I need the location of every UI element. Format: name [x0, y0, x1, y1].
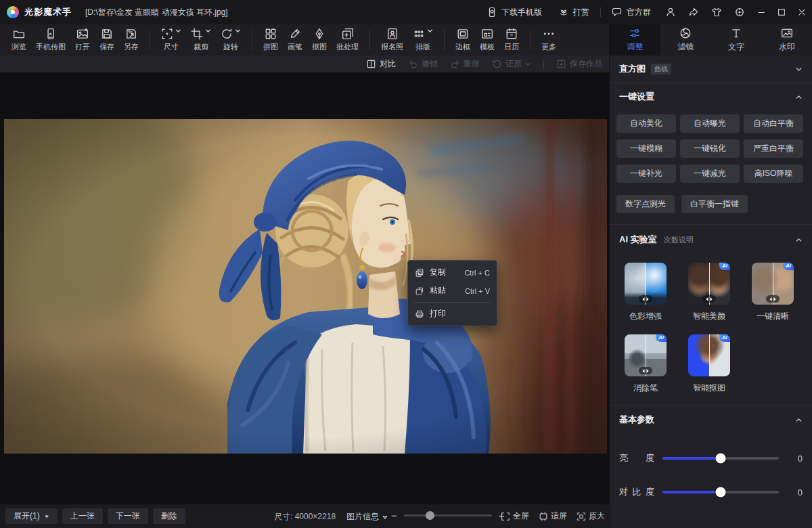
- toolbar-save-as[interactable]: 另存: [119, 26, 143, 53]
- theme-skin-button[interactable]: [705, 0, 728, 24]
- more-dots-icon: [543, 28, 555, 40]
- toolbar-phone-transfer[interactable]: 手机传图: [31, 26, 70, 53]
- brightness-slider-thumb[interactable]: [716, 454, 726, 464]
- folder-icon: [13, 28, 25, 40]
- canvas-area[interactable]: 复制 Ctrl + C 粘贴 Ctrl + V 打印: [0, 72, 609, 504]
- toolbar-batch[interactable]: 批处理: [332, 26, 363, 53]
- one-key-title: 一键设置: [619, 91, 654, 103]
- minimize-button[interactable]: [751, 0, 771, 24]
- one-key-dim-light-button[interactable]: 一键减光: [680, 164, 740, 183]
- before-after-icon: [639, 295, 652, 303]
- contrast-slider[interactable]: [662, 491, 779, 493]
- chevron-down-icon: [205, 28, 211, 34]
- clarity-thumbnail[interactable]: Ai: [752, 263, 794, 305]
- ai-smart-beauty[interactable]: Ai 智能美颜: [688, 263, 730, 322]
- chevron-down-icon: [427, 28, 433, 34]
- contrast-slider-thumb[interactable]: [716, 487, 726, 498]
- undo-button[interactable]: 撤销: [408, 58, 438, 70]
- paste-icon: [415, 286, 424, 296]
- fullscreen-button[interactable]: 全屏: [501, 510, 529, 522]
- context-menu-paste[interactable]: 粘贴 Ctrl + V: [408, 282, 497, 300]
- zoom-slider[interactable]: [404, 514, 492, 516]
- ai-one-key-clarity[interactable]: Ai 一键清晰: [752, 263, 794, 322]
- restore-button[interactable]: 还原: [492, 58, 531, 70]
- auto-exposure-button[interactable]: 自动曝光: [680, 114, 740, 133]
- canvas-image[interactable]: [4, 119, 607, 454]
- save-work-button[interactable]: 保存作品: [556, 58, 602, 70]
- auto-beautify-button[interactable]: 自动美化: [616, 114, 676, 133]
- one-key-fill-light-button[interactable]: 一键补光: [616, 164, 676, 183]
- user-icon: [665, 7, 676, 18]
- toolbar-brush[interactable]: 画笔: [283, 26, 307, 53]
- toolbar-cutout[interactable]: 抠图: [307, 26, 332, 53]
- severe-white-balance-button[interactable]: 严重白平衡: [744, 139, 803, 158]
- watermark-icon: [781, 27, 793, 39]
- toolbar-collage[interactable]: 拼图: [258, 26, 283, 53]
- zoom-slider-thumb[interactable]: [426, 511, 434, 520]
- tab-watermark[interactable]: 水印: [761, 24, 812, 56]
- toolbar-crop[interactable]: 裁剪: [186, 26, 216, 53]
- context-menu-print[interactable]: 打印: [408, 305, 497, 323]
- prev-image-button[interactable]: 上一张: [62, 508, 103, 524]
- expand-filmstrip-button[interactable]: 展开(1): [5, 508, 58, 524]
- panel-tabs: 调整 滤镜 文字 水印: [610, 24, 812, 56]
- toolbar-id-photo[interactable]: 报名照: [376, 26, 408, 53]
- reward-button[interactable]: 打赏: [550, 0, 597, 24]
- official-group-button[interactable]: 官方群: [604, 0, 659, 24]
- share-button[interactable]: [682, 0, 705, 24]
- toolbar-save[interactable]: 保存: [95, 26, 119, 53]
- digital-spot-metering-button[interactable]: 数字点测光: [616, 195, 675, 213]
- download-mobile-button[interactable]: 下载手机版: [478, 0, 550, 24]
- toolbar-layout[interactable]: 排版: [408, 26, 438, 53]
- contrast-label: 对比度: [619, 486, 654, 498]
- brightness-slider[interactable]: [662, 457, 779, 460]
- save-as-icon: [125, 28, 137, 40]
- fit-screen-button[interactable]: 适屏: [539, 510, 567, 522]
- account-button[interactable]: [659, 0, 682, 24]
- next-image-button[interactable]: 下一张: [108, 508, 148, 524]
- original-size-button[interactable]: 原大: [577, 510, 605, 522]
- smart-beauty-thumbnail[interactable]: Ai: [688, 263, 730, 305]
- toolbar-rotate[interactable]: 旋转: [216, 26, 246, 53]
- toolbar-template[interactable]: 模板: [475, 26, 499, 53]
- ai-color-enhance[interactable]: 色彩增强: [625, 263, 667, 322]
- ai-eraser-pen[interactable]: Ai 消除笔: [625, 334, 667, 394]
- toolbar-browse[interactable]: 浏览: [7, 26, 31, 53]
- ai-usage-link[interactable]: 次数说明: [664, 235, 694, 245]
- delete-image-button[interactable]: 删除: [153, 508, 185, 524]
- toolbar-more[interactable]: 更多: [537, 26, 561, 53]
- color-enhance-thumbnail[interactable]: [625, 263, 667, 305]
- toolbar-open[interactable]: 打开: [70, 26, 95, 53]
- eraser-pen-thumbnail[interactable]: Ai: [625, 334, 667, 376]
- context-menu-copy[interactable]: 复制 Ctrl + C: [408, 263, 497, 282]
- file-path: [D:\暂存\金发 蓝眼睛 动漫女孩 耳环.jpg]: [85, 7, 228, 18]
- tab-adjust[interactable]: 调整: [610, 24, 660, 56]
- one-key-blur-button[interactable]: 一键模糊: [616, 139, 676, 158]
- compare-button[interactable]: 对比: [366, 58, 396, 70]
- titlebar: 光影魔术手 [D:\暂存\金发 蓝眼睛 动漫女孩 耳环.jpg] 下载手机版 打…: [0, 0, 812, 24]
- one-key-sharpen-button[interactable]: 一键锐化: [680, 139, 740, 158]
- toolbar-size[interactable]: 尺寸: [156, 26, 186, 53]
- white-balance-one-touch-button[interactable]: 白平衡一指键: [681, 195, 748, 213]
- histogram-section-header[interactable]: 直方图 曲线: [610, 56, 812, 83]
- smart-cutout-thumbnail[interactable]: Ai: [688, 334, 730, 376]
- one-key-section-header[interactable]: 一键设置: [610, 83, 812, 110]
- toolbar-border[interactable]: 边框: [451, 26, 475, 53]
- tab-text[interactable]: 文字: [711, 24, 762, 56]
- tab-filter[interactable]: 滤镜: [660, 24, 711, 56]
- close-button[interactable]: [792, 0, 812, 24]
- ai-lab-title: AI 实验室: [619, 234, 657, 246]
- pen-nib-icon: [313, 28, 325, 40]
- high-iso-denoise-button[interactable]: 高ISO降噪: [744, 164, 803, 183]
- ai-lab-section-header[interactable]: AI 实验室 次数说明: [610, 225, 812, 255]
- zoom-out-button[interactable]: −: [391, 510, 397, 521]
- maximize-button[interactable]: [771, 0, 792, 24]
- toolbar-calendar[interactable]: 日历: [499, 26, 524, 53]
- basic-params-section-header[interactable]: 基本参数: [610, 405, 812, 434]
- ai-smart-cutout[interactable]: Ai 智能抠图: [688, 334, 730, 394]
- reward-label: 打赏: [573, 7, 589, 18]
- image-info-dropdown[interactable]: 图片信息: [346, 511, 388, 523]
- settings-button[interactable]: [728, 0, 751, 24]
- redo-button[interactable]: 重做: [450, 58, 480, 70]
- auto-white-balance-button[interactable]: 自动白平衡: [744, 114, 803, 133]
